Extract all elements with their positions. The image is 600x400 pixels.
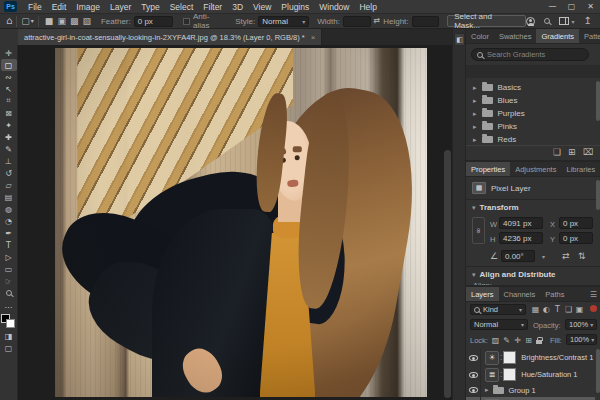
filter-smart-objects-icon[interactable]: ▣ <box>574 305 585 314</box>
menu-edit[interactable]: Edit <box>47 0 72 14</box>
select-and-mask-button[interactable]: Select and Mask... <box>447 15 525 27</box>
lasso-tool-icon[interactable]: ∾ <box>1 71 17 83</box>
menu-image[interactable]: Image <box>71 0 105 14</box>
account-icon[interactable] <box>526 17 535 26</box>
new-selection-icon[interactable]: ■ <box>45 17 54 26</box>
healing-brush-tool-icon[interactable]: ✚ <box>1 131 17 143</box>
lock-position-icon[interactable]: ✛ <box>512 336 523 345</box>
visibility-toggle[interactable] <box>466 383 481 397</box>
menu-type[interactable]: Type <box>136 0 164 14</box>
document-tab[interactable]: attractive-girl-in-coat-sensually-lookin… <box>18 29 322 45</box>
gradient-tool-icon[interactable]: ▤ <box>1 191 17 203</box>
layer-row-group[interactable]: ▸ Group 1 <box>466 383 595 397</box>
lock-transparency-icon[interactable]: ▨ <box>490 336 501 345</box>
canvas-vertical-scrollbar[interactable] <box>444 150 451 398</box>
crop-tool-icon[interactable]: ⌗ <box>1 95 17 107</box>
lock-artboard-icon[interactable]: ⊞ <box>523 336 534 345</box>
filter-type-layers-icon[interactable]: T <box>552 305 563 314</box>
panel-scrollbar[interactable] <box>596 349 600 393</box>
tool-preset-arrow-icon[interactable]: ▾ <box>31 18 34 24</box>
close-button[interactable]: ✕ <box>581 0 600 13</box>
screen-mode-icon[interactable]: ▢ <box>1 342 17 354</box>
tab-libraries[interactable]: Libraries <box>561 162 600 176</box>
height-value-field[interactable]: 4236 px <box>499 232 543 244</box>
subtract-selection-icon[interactable]: ▩ <box>70 17 79 26</box>
path-selection-tool-icon[interactable]: ▷ <box>1 251 17 263</box>
transform-section-header[interactable]: ▾ Transform <box>466 203 519 212</box>
tab-properties[interactable]: Properties <box>466 162 510 176</box>
menu-file[interactable]: File <box>23 0 47 14</box>
collapsed-panel-icon[interactable]: ◧ <box>454 33 465 46</box>
style-dropdown[interactable]: Normal▾ <box>258 16 309 27</box>
menu-plugins[interactable]: Plugins <box>276 0 314 14</box>
lock-all-icon[interactable] <box>536 340 542 344</box>
feather-input[interactable]: 0 px <box>134 16 173 27</box>
filter-adjustment-layers-icon[interactable]: ◐ <box>541 305 552 314</box>
menu-help[interactable]: Help <box>354 0 381 14</box>
background-color-swatch[interactable] <box>6 319 15 328</box>
tab-swatches[interactable]: Swatches <box>494 29 537 43</box>
angle-dropdown-icon[interactable]: ▾ <box>542 253 545 260</box>
layer-row-brightness-contrast[interactable]: ☀ ⁚ Brightness/Contrast 1 <box>466 349 595 366</box>
lock-pixels-icon[interactable]: ✎ <box>501 336 512 345</box>
eyedropper-tool-icon[interactable]: ✦ <box>1 119 17 131</box>
flip-vertical-icon[interactable]: ⇅ <box>578 252 586 261</box>
tab-channels[interactable]: Channels <box>499 287 541 301</box>
filter-toggle-icon[interactable] <box>590 305 597 312</box>
workspace-switcher[interactable]: ▾ <box>559 17 575 25</box>
brush-tool-icon[interactable]: ✎ <box>1 143 17 155</box>
photo-document[interactable] <box>55 48 427 397</box>
blend-mode-dropdown[interactable]: Normal▾ <box>470 319 528 330</box>
layer-filter-dropdown[interactable]: Kind ▾ <box>470 304 526 315</box>
layer-row-hue-saturation[interactable]: ≣ ⁚ Hue/Saturation 1 <box>466 366 595 383</box>
gradient-folder-purples[interactable]: ▸Purples <box>466 107 595 120</box>
quick-mask-icon[interactable]: ◨ <box>1 330 17 342</box>
pen-tool-icon[interactable]: ✒ <box>1 227 17 239</box>
type-tool-icon[interactable]: T <box>1 239 17 251</box>
swap-dimensions-icon[interactable]: ⇄ <box>374 17 381 25</box>
layer-mask-thumbnail[interactable] <box>503 368 516 381</box>
rectangle-tool-icon[interactable]: ▭ <box>1 263 17 275</box>
gradient-folder-basics[interactable]: ▸Basics <box>466 81 595 94</box>
tab-adjustments[interactable]: Adjustments <box>510 162 561 176</box>
minimize-button[interactable]: — <box>543 0 562 13</box>
add-selection-icon[interactable]: ▣ <box>57 17 66 26</box>
filter-pixel-layers-icon[interactable]: ▦ <box>530 305 541 314</box>
tab-close-icon[interactable]: × <box>311 33 316 42</box>
search-icon[interactable] <box>544 18 550 24</box>
opacity-dropdown[interactable]: 100%▾ <box>565 319 597 330</box>
hand-tool-icon[interactable]: ☞ <box>1 275 17 287</box>
move-tool-icon[interactable]: ✛ <box>1 47 17 59</box>
new-gradient-icon[interactable]: ⊞ <box>568 148 576 157</box>
object-selection-tool-icon[interactable]: ↖ <box>1 83 17 95</box>
panel-scrollbar[interactable] <box>596 81 600 121</box>
frame-tool-icon[interactable]: ⊠ <box>1 107 17 119</box>
gradient-folder-pinks[interactable]: ▸Pinks <box>466 120 595 133</box>
history-brush-tool-icon[interactable]: ↺ <box>1 167 17 179</box>
tab-paths[interactable]: Paths <box>540 287 569 301</box>
width-value-field[interactable]: 4091 px <box>499 217 543 229</box>
menu-window[interactable]: Window <box>314 0 354 14</box>
menu-layer[interactable]: Layer <box>105 0 136 14</box>
antialias-checkbox[interactable] <box>183 18 190 25</box>
y-value-field[interactable]: 0 px <box>559 232 593 244</box>
canvas-area[interactable] <box>18 45 452 400</box>
tab-gradients[interactable]: Gradients <box>536 29 579 43</box>
menu-view[interactable]: View <box>248 0 276 14</box>
active-tool-icon[interactable]: ▢ <box>21 17 30 26</box>
link-dimensions-toggle[interactable]: ∞ <box>472 217 485 244</box>
visibility-toggle[interactable] <box>466 349 481 366</box>
restore-button[interactable]: ▢ <box>562 0 581 13</box>
menu-3d[interactable]: 3D <box>227 0 248 14</box>
home-icon[interactable]: ⌂ <box>6 16 12 26</box>
group-expand-icon[interactable]: ▸ <box>485 386 489 394</box>
align-section-header[interactable]: ▾ Align and Distribute <box>466 270 556 279</box>
zoom-tool-icon[interactable] <box>1 287 17 299</box>
eraser-tool-icon[interactable]: ▱ <box>1 179 17 191</box>
dodge-tool-icon[interactable]: ◔ <box>1 215 17 227</box>
blur-tool-icon[interactable]: ◍ <box>1 203 17 215</box>
flip-horizontal-icon[interactable]: ⇄ <box>562 252 570 261</box>
fill-dropdown[interactable]: 100%▾ <box>566 334 597 345</box>
visibility-toggle[interactable] <box>466 366 481 383</box>
clone-stamp-tool-icon[interactable]: ⊥ <box>1 155 17 167</box>
